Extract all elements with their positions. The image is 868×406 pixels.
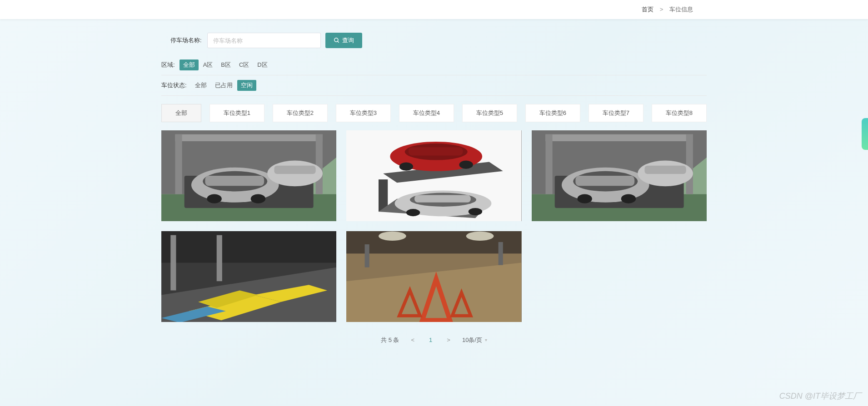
- breadcrumb-separator: >: [660, 6, 663, 13]
- top-bar: 首页 > 车位信息: [0, 0, 868, 19]
- parking-card-1[interactable]: [161, 130, 336, 221]
- svg-rect-35: [686, 134, 693, 194]
- filter-status-idle[interactable]: 空闲: [237, 80, 256, 91]
- search-button-label: 查询: [342, 36, 354, 45]
- svg-point-13: [251, 194, 265, 203]
- svg-point-0: [334, 38, 338, 42]
- tab-type-3[interactable]: 车位类型3: [336, 104, 391, 122]
- filter-region-d[interactable]: D区: [254, 59, 271, 70]
- filter-region-c[interactable]: C区: [235, 59, 253, 70]
- chevron-down-icon: ▾: [485, 337, 487, 342]
- tab-type-1[interactable]: 车位类型1: [210, 104, 264, 122]
- svg-rect-58: [365, 244, 369, 267]
- svg-rect-6: [175, 134, 182, 194]
- parking-grid: [161, 130, 707, 322]
- svg-point-29: [469, 208, 482, 215]
- tab-type-7[interactable]: 车位类型7: [589, 104, 644, 122]
- pagination-pagesize[interactable]: 10条/页 ▾: [462, 336, 487, 344]
- pagination-total: 共 5 条: [381, 336, 399, 344]
- tab-type-6[interactable]: 车位类型6: [525, 104, 580, 122]
- filter-region-a[interactable]: A区: [200, 59, 217, 70]
- svg-point-23: [399, 163, 413, 171]
- svg-rect-5: [175, 134, 322, 141]
- breadcrumb: 首页 > 车位信息: [161, 5, 707, 14]
- parking-image-3: [532, 130, 707, 221]
- parking-card-4[interactable]: [161, 231, 336, 322]
- svg-rect-39: [575, 176, 634, 186]
- svg-rect-27: [414, 195, 471, 203]
- filter-region-options: 全部 A区 B区 C区 D区: [180, 59, 271, 70]
- filter-region-all[interactable]: 全部: [180, 59, 199, 70]
- pagination-next[interactable]: >: [444, 336, 453, 344]
- svg-rect-11: [205, 176, 264, 186]
- parking-image-4: [161, 231, 336, 322]
- side-feedback-tab[interactable]: [862, 118, 868, 150]
- svg-rect-15: [274, 166, 315, 174]
- search-button[interactable]: 查询: [325, 33, 362, 48]
- filter-region-b[interactable]: B区: [217, 59, 234, 70]
- tab-type-2[interactable]: 车位类型2: [273, 104, 328, 122]
- filter-status-occupied[interactable]: 已占用: [211, 80, 236, 91]
- tab-type-4[interactable]: 车位类型4: [399, 104, 454, 122]
- svg-point-41: [621, 194, 635, 203]
- svg-point-24: [459, 161, 473, 169]
- parking-card-2[interactable]: [346, 130, 521, 221]
- filter-status-row: 车位状态: 全部 已占用 空闲: [161, 75, 707, 96]
- tab-type-5[interactable]: 车位类型5: [462, 104, 517, 122]
- svg-rect-59: [499, 242, 503, 265]
- parking-image-5: [346, 231, 521, 322]
- pagination-prev[interactable]: <: [408, 336, 417, 344]
- svg-point-12: [207, 194, 221, 203]
- svg-line-1: [337, 41, 339, 43]
- search-row: 停车场名称: 查询: [161, 28, 707, 55]
- search-icon: [334, 37, 340, 44]
- watermark: CSDN @IT毕设梦工厂: [779, 391, 861, 401]
- pagination-page-1[interactable]: 1: [426, 336, 435, 344]
- pagination: 共 5 条 < 1 > 10条/页 ▾: [161, 336, 707, 362]
- breadcrumb-home[interactable]: 首页: [642, 6, 653, 13]
- svg-rect-22: [409, 147, 463, 155]
- filter-status-label: 车位状态:: [161, 81, 187, 89]
- parking-image-1: [161, 130, 336, 221]
- parking-card-3[interactable]: [532, 130, 707, 221]
- svg-point-56: [379, 232, 406, 241]
- tab-type-8[interactable]: 车位类型8: [652, 104, 707, 122]
- svg-rect-7: [316, 134, 323, 194]
- search-label: 停车场名称:: [170, 36, 202, 45]
- parking-image-2: [346, 130, 521, 221]
- svg-point-57: [466, 232, 494, 241]
- filter-region-row: 区域: 全部 A区 B区 C区 D区: [161, 55, 707, 75]
- filter-region-label: 区域:: [161, 61, 175, 69]
- svg-rect-55: [346, 231, 521, 253]
- parking-card-5[interactable]: [346, 231, 521, 322]
- svg-point-40: [577, 194, 592, 203]
- svg-rect-46: [161, 231, 336, 263]
- svg-point-28: [406, 209, 420, 216]
- svg-rect-48: [217, 235, 222, 281]
- search-input[interactable]: [207, 33, 321, 48]
- tab-all[interactable]: 全部: [161, 104, 201, 122]
- type-tabs: 全部 车位类型1 车位类型2 车位类型3 车位类型4 车位类型5 车位类型6 车…: [161, 104, 707, 122]
- svg-rect-34: [545, 134, 552, 194]
- filter-status-options: 全部 已占用 空闲: [191, 80, 256, 91]
- svg-rect-33: [545, 134, 693, 141]
- pagination-pagesize-label: 10条/页: [462, 336, 482, 344]
- svg-rect-47: [170, 235, 176, 291]
- filter-status-all[interactable]: 全部: [191, 80, 210, 91]
- svg-rect-43: [644, 166, 686, 174]
- breadcrumb-current: 车位信息: [669, 6, 693, 13]
